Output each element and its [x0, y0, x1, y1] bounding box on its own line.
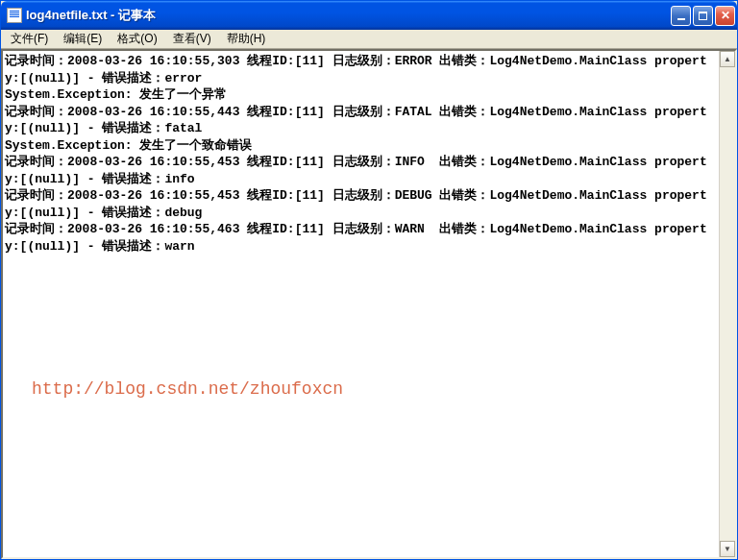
watermark-text: http://blog.csdn.net/zhoufoxcn — [32, 377, 343, 401]
menubar: 文件(F) 编辑(E) 格式(O) 查看(V) 帮助(H) — [1, 30, 737, 49]
scroll-down-button[interactable]: ▼ — [720, 541, 735, 557]
log-line: 记录时间：2008-03-26 16:10:55,303 线程ID:[11] 日… — [5, 53, 717, 86]
menu-file[interactable]: 文件(F) — [3, 30, 56, 48]
menu-view[interactable]: 查看(V) — [165, 30, 219, 48]
content-area: 记录时间：2008-03-26 16:10:55,303 线程ID:[11] 日… — [1, 49, 737, 559]
menu-help[interactable]: 帮助(H) — [219, 30, 274, 48]
log-line: 记录时间：2008-03-26 16:10:55,463 线程ID:[11] 日… — [5, 221, 717, 255]
window-controls: ✕ — [671, 6, 735, 26]
window-title: log4netfile.txt - 记事本 — [26, 7, 671, 24]
close-button[interactable]: ✕ — [715, 6, 735, 26]
scroll-track[interactable] — [720, 67, 735, 541]
log-line: 记录时间：2008-03-26 16:10:55,453 线程ID:[11] 日… — [5, 154, 717, 187]
minimize-button[interactable] — [671, 6, 691, 26]
vertical-scrollbar[interactable]: ▲ ▼ — [719, 51, 735, 557]
log-line: System.Exception: 发生了一个异常 — [5, 86, 717, 104]
notepad-icon — [7, 8, 22, 23]
log-line: System.Exception: 发生了一个致命错误 — [5, 137, 717, 155]
menu-edit[interactable]: 编辑(E) — [56, 30, 110, 48]
log-line: 记录时间：2008-03-26 16:10:55,453 线程ID:[11] 日… — [5, 187, 717, 221]
scroll-up-button[interactable]: ▲ — [720, 51, 735, 67]
text-editor[interactable]: 记录时间：2008-03-26 16:10:55,303 线程ID:[11] 日… — [3, 51, 719, 557]
titlebar[interactable]: log4netfile.txt - 记事本 ✕ — [1, 1, 737, 30]
maximize-button[interactable] — [693, 6, 713, 26]
log-line: 记录时间：2008-03-26 16:10:55,443 线程ID:[11] 日… — [5, 104, 717, 137]
menu-format[interactable]: 格式(O) — [110, 30, 164, 48]
notepad-window: log4netfile.txt - 记事本 ✕ 文件(F) 编辑(E) 格式(O… — [0, 0, 738, 560]
